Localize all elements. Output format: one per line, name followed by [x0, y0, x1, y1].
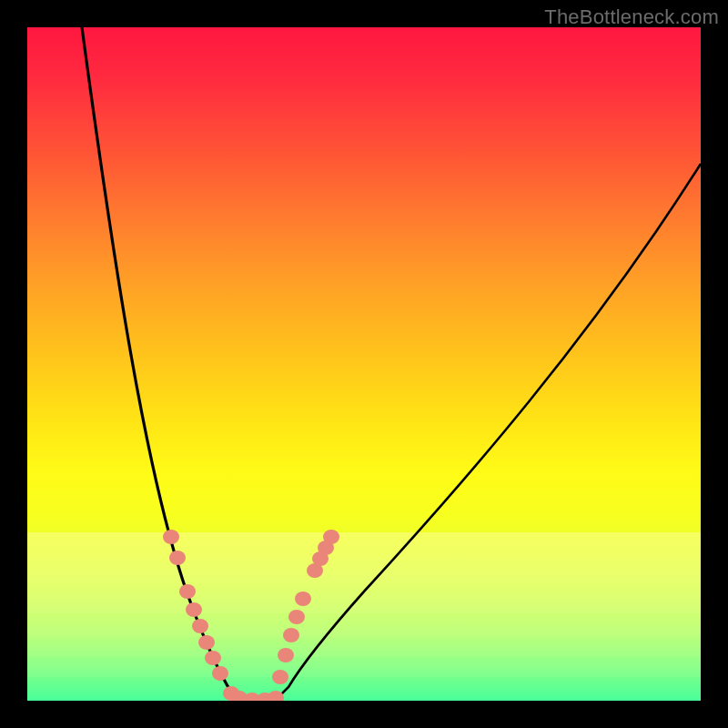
curve-layer [27, 27, 701, 701]
data-marker [278, 648, 294, 662]
right-curve [275, 164, 701, 701]
data-marker [212, 666, 228, 681]
data-marker [198, 635, 215, 650]
data-marker [205, 651, 221, 665]
data-marker [272, 670, 288, 684]
data-marker [169, 551, 186, 565]
data-marker [192, 619, 208, 633]
chart-frame: TheBottleneck.com [0, 0, 728, 728]
data-marker [268, 691, 284, 701]
data-marker [283, 628, 299, 642]
data-marker [179, 584, 196, 599]
data-marker [295, 592, 311, 606]
plot-area [27, 27, 701, 701]
markers-group [163, 530, 339, 701]
watermark-text: TheBottleneck.com [544, 5, 719, 29]
left-curve [82, 27, 250, 701]
data-marker [163, 530, 179, 544]
data-marker [186, 602, 202, 617]
data-marker [288, 610, 305, 624]
data-marker [307, 563, 323, 578]
